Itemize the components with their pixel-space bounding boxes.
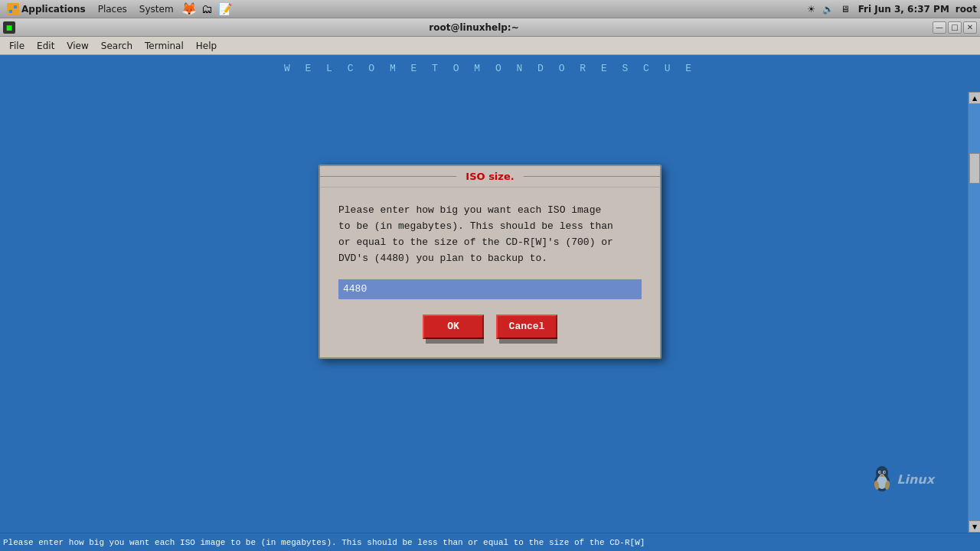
maximize-button[interactable]: □: [948, 21, 962, 34]
taskbar-left-apps: Applications Places System 🦊 🗂 📝: [3, 2, 233, 17]
terminal-titlebar: ■ root@linuxhelp:~ — □ ✕: [0, 18, 980, 37]
volume-icon[interactable]: 🔊: [822, 3, 835, 15]
applications-menu[interactable]: Applications: [3, 2, 90, 17]
terminal-title-left: ■: [3, 21, 15, 34]
iso-size-input[interactable]: [338, 279, 642, 299]
cancel-button[interactable]: Cancel: [496, 315, 557, 339]
menu-bar: File Edit View Search Terminal Help: [0, 37, 980, 55]
dialog-buttons: OK Cancel: [338, 315, 642, 345]
svg-rect-3: [14, 10, 17, 13]
terminal-small-icon: ■: [3, 21, 15, 34]
dialog-title: ISO size.: [456, 171, 523, 182]
svg-rect-1: [14, 5, 17, 8]
menu-file[interactable]: File: [3, 39, 31, 53]
scrollbar-thumb[interactable]: [969, 153, 980, 184]
scrollbar[interactable]: ▲ ▼: [968, 92, 980, 533]
top-taskbar: Applications Places System 🦊 🗂 📝 ☀ 🔊 🖥 F…: [0, 0, 980, 18]
terminal-controls: — □ ✕: [933, 21, 977, 34]
scrollbar-up-arrow[interactable]: ▲: [969, 92, 980, 104]
taskbar-right: ☀ 🔊 🖥 Fri Jun 3, 6:37 PM root: [805, 3, 977, 15]
svg-rect-0: [9, 5, 12, 8]
dialog-title-line-right: [524, 176, 660, 177]
close-button[interactable]: ✕: [963, 21, 977, 34]
dialog-body: Please enter how big you want each ISO i…: [320, 187, 660, 357]
applications-label: Applications: [21, 4, 86, 15]
terminal-title: root@linuxhelp:~: [15, 22, 933, 33]
menu-view[interactable]: View: [60, 39, 94, 53]
places-menu[interactable]: Places: [94, 2, 131, 16]
linux-logo: Linux: [871, 465, 934, 493]
dialog-title-line-left: [320, 176, 456, 177]
minimize-button[interactable]: —: [933, 21, 946, 34]
system-menu[interactable]: System: [136, 2, 178, 16]
system-tray: ☀ 🔊 🖥: [805, 3, 852, 15]
applications-icon: [7, 3, 19, 15]
brightness-icon[interactable]: ☀: [805, 3, 818, 15]
dialog-titlebar: ISO size.: [320, 166, 660, 187]
status-bar: Please enter how big you want each ISO i…: [0, 533, 980, 551]
clock: Fri Jun 3, 6:37 PM: [858, 4, 949, 15]
svg-rect-2: [9, 10, 12, 13]
terminal-body: W E L C O M E T O M O N D O R E S C U E …: [0, 55, 980, 533]
user-label: root: [956, 4, 977, 15]
iso-size-dialog: ISO size. Please enter how big you want …: [318, 165, 662, 358]
svg-point-11: [880, 474, 884, 477]
dialog-message: Please enter how big you want each ISO i…: [338, 203, 642, 266]
svg-point-9: [880, 471, 881, 473]
tux-icon: [871, 465, 893, 493]
svg-point-10: [884, 471, 886, 473]
terminal-window: ■ root@linuxhelp:~ — □ ✕ File Edit View …: [0, 18, 980, 551]
terminal-content: W E L C O M E T O M O N D O R E S C U E …: [0, 55, 980, 514]
welcome-text: W E L C O M E T O M O N D O R E S C U E: [0, 55, 980, 74]
menu-search[interactable]: Search: [95, 39, 139, 53]
files-icon[interactable]: 🗂: [201, 3, 214, 15]
menu-terminal[interactable]: Terminal: [139, 39, 190, 53]
notepad-icon[interactable]: 📝: [219, 3, 233, 15]
status-text: Please enter how big you want each ISO i…: [3, 538, 645, 547]
firefox-icon[interactable]: 🦊: [182, 3, 196, 15]
monitor-icon[interactable]: 🖥: [838, 3, 852, 15]
menu-help[interactable]: Help: [190, 39, 223, 53]
dialog-overlay: ISO size. Please enter how big you want …: [0, 55, 980, 514]
menu-edit[interactable]: Edit: [31, 39, 60, 53]
ok-button[interactable]: OK: [423, 315, 484, 339]
dialog-input-row: [338, 279, 642, 299]
scrollbar-down-arrow[interactable]: ▼: [969, 520, 980, 533]
